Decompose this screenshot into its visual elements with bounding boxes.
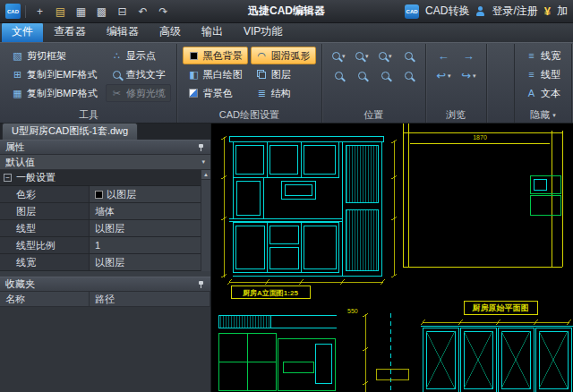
- structure-icon: ≣: [256, 88, 268, 99]
- tab-output[interactable]: 输出: [192, 22, 233, 42]
- copy-emf-button[interactable]: ⊞复制到EMF格式: [6, 65, 103, 83]
- chevron-down-icon: ▾: [201, 158, 205, 166]
- favorites-col-path: 路径: [90, 292, 210, 307]
- previous-view-button[interactable]: ←: [432, 47, 456, 65]
- property-value[interactable]: 以图层: [90, 254, 201, 271]
- line-type-button[interactable]: ≡线型: [520, 65, 566, 83]
- arc-icon: ◠: [256, 50, 268, 62]
- property-row-color: 色彩 以图层: [0, 186, 201, 203]
- app-window: CAD + ▤ ▦ ▩ ⊟ ↶ ↷ 迅捷CAD编辑器 CAD CAD转换 登录/…: [0, 0, 573, 392]
- zoom-window-button[interactable]: ▾: [328, 47, 350, 65]
- line-width-icon: ≡: [526, 50, 537, 61]
- pin-icon[interactable]: [198, 281, 205, 288]
- new-file-button[interactable]: +: [30, 3, 49, 21]
- group-label-tools: 工具: [79, 108, 98, 122]
- collapse-icon[interactable]: −: [4, 174, 12, 182]
- main-area: U型厨房CAD图纸-1套.dwg 属性 默认值 ▾ − 一般设置 色彩: [0, 124, 573, 392]
- login-link[interactable]: 登录/注册: [492, 4, 537, 19]
- structure-button[interactable]: ≣结构: [251, 84, 316, 102]
- line-type-icon: ≡: [526, 69, 537, 80]
- pan-icon: [335, 72, 343, 80]
- window-title: 迅捷CAD编辑器: [248, 4, 325, 19]
- halfsquare-icon: ◧: [188, 69, 200, 81]
- group-label-hide: 隐藏: [530, 108, 550, 122]
- print-button[interactable]: ⊟: [113, 3, 132, 21]
- ribbon-group-position: ▾ ▾ ▾ 位置: [322, 44, 426, 123]
- layers-button[interactable]: 图层: [251, 65, 316, 83]
- property-row-lineweight: 线宽 以图层: [0, 254, 201, 271]
- text-button[interactable]: A文本: [520, 84, 566, 102]
- user-icon: [475, 6, 485, 16]
- find-text-button[interactable]: 查找文字: [106, 65, 171, 83]
- pin-icon[interactable]: [198, 144, 205, 151]
- cad-convert-link[interactable]: CAD转换: [425, 4, 469, 19]
- undo-button[interactable]: ↶: [133, 3, 152, 21]
- ribbon-group-tools: ▧剪切框架 ⊞复制到EMF格式 ▦复制到BMP格式 ∴显示点 查找文字 ✂修剪光…: [1, 44, 177, 123]
- document-tab[interactable]: U型厨房CAD图纸-1套.dwg: [2, 123, 138, 140]
- menubar: 文件 查看器 编辑器 高级 输出 VIP功能: [0, 23, 573, 42]
- save-button[interactable]: ▦: [72, 3, 90, 21]
- zoom-extents-button[interactable]: [398, 47, 420, 65]
- group-label-position: 位置: [363, 108, 383, 122]
- properties-header: 属性: [0, 140, 210, 155]
- titlebar: CAD + ▤ ▦ ▩ ⊟ ↶ ↷ 迅捷CAD编辑器 CAD CAD转换 登录/…: [0, 0, 573, 23]
- black-background-toggle[interactable]: 黑色背景: [183, 47, 248, 64]
- layers-icon: [256, 70, 268, 79]
- property-value[interactable]: 以图层: [90, 186, 201, 203]
- zoom-all-icon: [405, 72, 413, 80]
- back-icon: ↩: [436, 69, 446, 82]
- open-file-button[interactable]: ▤: [51, 3, 70, 21]
- property-value[interactable]: 墙体: [90, 203, 201, 220]
- property-value[interactable]: 1: [90, 237, 201, 254]
- tab-advanced[interactable]: 高级: [150, 22, 191, 42]
- forward-button[interactable]: ↪▾: [457, 66, 481, 85]
- zoom-selection-button[interactable]: [374, 66, 397, 85]
- background-color-button[interactable]: 背景色: [183, 84, 248, 102]
- line-width-button[interactable]: ≡线宽: [520, 47, 566, 64]
- zoom-previous-button[interactable]: [351, 66, 373, 85]
- zoom-in-button[interactable]: ▾: [351, 47, 373, 65]
- tab-vip[interactable]: VIP功能: [234, 22, 292, 42]
- search-icon: [111, 71, 123, 79]
- pan-button[interactable]: [328, 66, 350, 85]
- zoom-selection-icon: [381, 72, 389, 80]
- next-view-button[interactable]: →: [457, 47, 481, 65]
- property-group-row[interactable]: − 一般设置: [0, 170, 201, 186]
- property-key: 线宽: [0, 254, 90, 271]
- scissors-icon: ✂: [111, 88, 123, 99]
- smooth-arc-toggle[interactable]: ◠圆滑弧形: [251, 47, 316, 64]
- crop-frame-button[interactable]: ▧剪切框架: [6, 47, 103, 64]
- property-key: 色彩: [0, 186, 90, 203]
- zoom-out-button[interactable]: ▾: [374, 47, 397, 65]
- vip-link[interactable]: 加: [557, 4, 568, 19]
- dim-label-1870: 1870: [473, 134, 487, 141]
- caret-down-icon: ▾: [448, 72, 451, 80]
- tab-viewer[interactable]: 查看器: [44, 22, 96, 42]
- property-key: 线型: [0, 220, 90, 237]
- properties-scrollbar[interactable]: ▲: [201, 170, 210, 271]
- copy-icon: ⊞: [12, 69, 23, 81]
- redo-button[interactable]: ↷: [154, 3, 173, 21]
- save-as-button[interactable]: ▩: [92, 3, 111, 21]
- document-tabbar: U型厨房CAD图纸-1套.dwg: [0, 124, 210, 140]
- arrow-left-icon: ←: [438, 49, 449, 63]
- property-row-linetype: 线型 以图层: [0, 220, 201, 237]
- swatch-icon: [188, 89, 200, 98]
- preset-label: 默认值: [5, 156, 35, 169]
- preset-dropdown[interactable]: 默认值 ▾: [0, 155, 210, 170]
- property-key: 图层: [0, 203, 90, 220]
- caret-down-icon: ▾: [473, 72, 476, 80]
- copy-bmp-button[interactable]: ▦复制到BMP格式: [6, 84, 103, 102]
- scroll-up-icon[interactable]: ▲: [201, 170, 210, 180]
- property-value[interactable]: 以图层: [90, 220, 201, 237]
- tab-editor[interactable]: 编辑器: [97, 22, 149, 42]
- back-button[interactable]: ↩▾: [432, 66, 456, 85]
- drawing-canvas[interactable]: 1870 厨房A立面图1:25 厨房原始平面图: [211, 124, 573, 392]
- show-points-button[interactable]: ∴显示点: [106, 47, 171, 64]
- tab-file[interactable]: 文件: [2, 22, 43, 42]
- caret-down-icon: ▾: [365, 53, 369, 60]
- bw-drawing-button[interactable]: ◧黑白绘图: [183, 65, 248, 83]
- arrow-right-icon: →: [463, 49, 475, 63]
- zoom-all-button[interactable]: [398, 66, 420, 85]
- favorites-list[interactable]: [0, 307, 210, 392]
